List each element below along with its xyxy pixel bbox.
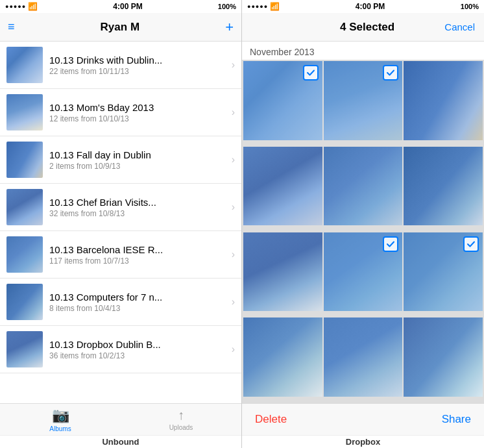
album-item-3[interactable]: 10.13 Fall day in Dublin2 items from 10/… (0, 136, 241, 184)
photo-cell-6[interactable] (404, 147, 483, 226)
photo-cell-3[interactable] (404, 61, 483, 140)
right-signal-icon: ●●●●● (247, 3, 268, 10)
photo-cell-4[interactable] (243, 147, 322, 226)
chevron-icon-2: › (232, 106, 235, 118)
photo-cell-7[interactable] (243, 232, 322, 312)
check-badge-2 (383, 65, 398, 81)
album-meta-3: 2 items from 10/9/13 (49, 162, 228, 171)
right-bottom-bar: Delete Share (242, 403, 484, 435)
album-thumb-1 (6, 47, 43, 83)
tab-uploads-label: Uploads (169, 424, 193, 431)
album-item-7[interactable]: 10.13 Dropbox Dublin B...36 items from 1… (0, 326, 241, 373)
month-header: November 2013 (242, 42, 484, 60)
album-name-2: 10.13 Mom's Bday 2013 (49, 102, 228, 113)
album-info-4: 10.13 Chef Brian Visits...32 items from … (49, 197, 228, 218)
menu-icon[interactable]: ≡ (8, 20, 15, 34)
album-thumb-5 (6, 236, 43, 273)
album-item-5[interactable]: 10.13 Barcelona IESE R...117 items from … (0, 231, 241, 279)
album-name-1: 10.13 Drinks with Dublin... (49, 55, 228, 66)
left-navbar: ≡ Ryan M + (0, 13, 241, 42)
right-app-label: Dropbox (242, 435, 484, 448)
photo-grid (242, 60, 484, 403)
left-app-label: Unbound (0, 435, 241, 448)
album-info-6: 10.13 Computers for 7 n...8 items from 1… (49, 292, 228, 313)
album-meta-2: 12 items from 10/10/13 (49, 114, 228, 123)
album-name-3: 10.13 Fall day in Dublin (49, 149, 228, 160)
album-name-6: 10.13 Computers for 7 n... (49, 292, 228, 303)
photo-cell-11[interactable] (324, 317, 403, 397)
uploads-icon: ↑ (178, 408, 184, 423)
signal-icon: ●●●●● (5, 3, 26, 10)
album-meta-7: 36 items from 10/2/13 (49, 351, 228, 360)
chevron-icon-5: › (232, 249, 235, 260)
left-battery: 100% (218, 3, 236, 10)
add-album-button[interactable]: + (225, 19, 234, 36)
album-thumb-3 (6, 142, 43, 178)
month-label: November 2013 (250, 47, 315, 57)
wifi-icon: 📶 (28, 2, 38, 11)
left-app-name: Unbound (102, 437, 139, 447)
album-info-2: 10.13 Mom's Bday 201312 items from 10/10… (49, 102, 228, 123)
check-badge-1 (303, 65, 319, 81)
tab-albums-label: Albums (49, 425, 71, 432)
left-time: 4:00 PM (113, 2, 142, 11)
right-battery: 100% (461, 3, 479, 10)
selected-count: 4 Selected (290, 21, 444, 34)
left-status-bar: ●●●●● 📶 4:00 PM 100% (0, 0, 241, 13)
share-button[interactable]: Share (442, 413, 471, 426)
album-meta-4: 32 items from 10/8/13 (49, 209, 228, 218)
photo-cell-12[interactable] (404, 317, 483, 397)
album-meta-1: 22 items from 10/11/13 (49, 67, 228, 76)
left-tabbar: 📷 Albums ↑ Uploads (0, 403, 241, 435)
right-status-bar: ●●●●● 📶 4:00 PM 100% (242, 0, 484, 13)
album-meta-5: 117 items from 10/7/13 (49, 256, 228, 266)
album-name-7: 10.13 Dropbox Dublin B... (49, 339, 228, 350)
cancel-button[interactable]: Cancel (444, 21, 475, 32)
album-thumb-6 (6, 284, 43, 320)
right-wifi-icon: 📶 (270, 2, 280, 11)
album-name-4: 10.13 Chef Brian Visits... (49, 197, 228, 208)
right-panel: ●●●●● 📶 4:00 PM 100% 4 Selected Cancel N… (242, 0, 484, 448)
left-navbar-title: Ryan M (101, 21, 139, 34)
albums-icon: 📷 (52, 407, 69, 424)
album-item-4[interactable]: 10.13 Chef Brian Visits...32 items from … (0, 184, 241, 231)
album-name-5: 10.13 Barcelona IESE R... (49, 244, 228, 255)
tab-albums[interactable]: 📷 Albums (0, 404, 121, 435)
chevron-icon-7: › (232, 343, 235, 355)
right-app-name: Dropbox (346, 437, 380, 447)
tab-uploads[interactable]: ↑ Uploads (121, 404, 241, 435)
album-item-6[interactable]: 10.13 Computers for 7 n...8 items from 1… (0, 279, 241, 326)
chevron-icon-1: › (232, 59, 235, 71)
photo-cell-9[interactable] (404, 232, 483, 312)
right-navbar: 4 Selected Cancel (242, 13, 484, 42)
check-badge-9 (463, 236, 479, 252)
chevron-icon-3: › (232, 154, 235, 166)
album-info-3: 10.13 Fall day in Dublin2 items from 10/… (49, 149, 228, 171)
delete-button[interactable]: Delete (255, 413, 287, 426)
check-badge-8 (383, 236, 398, 252)
photo-cell-8[interactable] (324, 232, 403, 312)
chevron-icon-6: › (232, 296, 235, 308)
left-panel: ●●●●● 📶 4:00 PM 100% ≡ Ryan M + 10.13 Dr… (0, 0, 242, 448)
album-thumb-7 (6, 331, 43, 367)
chevron-icon-4: › (232, 201, 235, 213)
album-info-5: 10.13 Barcelona IESE R...117 items from … (49, 244, 228, 266)
right-time: 4:00 PM (356, 2, 385, 11)
album-thumb-2 (6, 94, 43, 131)
album-list: 10.13 Drinks with Dublin...22 items from… (0, 42, 241, 403)
album-meta-6: 8 items from 10/4/13 (49, 304, 228, 313)
album-info-1: 10.13 Drinks with Dublin...22 items from… (49, 55, 228, 76)
album-thumb-4 (6, 189, 43, 225)
photo-cell-10[interactable] (243, 317, 322, 397)
album-info-7: 10.13 Dropbox Dublin B...36 items from 1… (49, 339, 228, 360)
album-item-2[interactable]: 10.13 Mom's Bday 201312 items from 10/10… (0, 89, 241, 136)
photo-cell-1[interactable] (243, 61, 322, 140)
photo-cell-5[interactable] (324, 147, 403, 226)
album-item-1[interactable]: 10.13 Drinks with Dublin...22 items from… (0, 42, 241, 89)
photo-cell-2[interactable] (324, 61, 403, 140)
